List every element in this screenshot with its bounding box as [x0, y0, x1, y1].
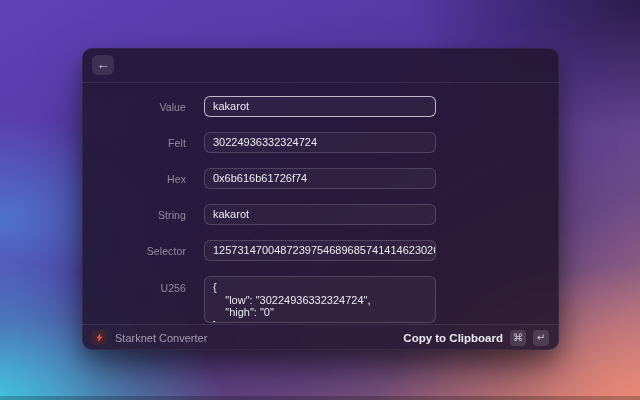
field-row-string: String kakarot [82, 204, 559, 225]
app-chip: Starknet Converter [92, 330, 207, 345]
field-row-felt: Felt 30224936332324724 [82, 132, 559, 153]
field-label: U256 [130, 282, 186, 294]
lightning-bolt-icon [92, 330, 107, 345]
back-button[interactable]: ← [92, 55, 114, 75]
form-fields: Value kakarot Felt 30224936332324724 Hex… [82, 83, 559, 324]
selector-input[interactable]: 1257314700487239754689685741414623026444… [204, 240, 436, 261]
hex-input[interactable]: 0x6b616b61726f74 [204, 168, 436, 189]
u256-input[interactable]: { "low": "30224936332324724", "high": "0… [204, 276, 436, 323]
primary-action-label: Copy to Clipboard [403, 332, 503, 344]
return-key-badge: ↵ [533, 330, 549, 346]
command-key-badge: ⌘ [510, 330, 526, 346]
string-input[interactable]: kakarot [204, 204, 436, 225]
copy-to-clipboard-action[interactable]: Copy to Clipboard ⌘ ↵ [403, 330, 549, 346]
window-footer: Starknet Converter Copy to Clipboard ⌘ ↵ [82, 324, 559, 350]
field-row-u256: U256 { "low": "30224936332324724", "high… [82, 276, 559, 323]
field-label: Hex [130, 173, 186, 185]
value-input[interactable]: kakarot [204, 96, 436, 117]
app-name: Starknet Converter [115, 332, 207, 344]
field-label: Selector [130, 245, 186, 257]
back-arrow-icon: ← [97, 55, 110, 75]
field-row-selector: Selector 1257314700487239754689685741414… [82, 240, 559, 261]
field-label: Value [130, 101, 186, 113]
starknet-converter-window: ← Value kakarot Felt 30224936332324724 H… [82, 48, 559, 350]
window-header: ← [82, 48, 559, 83]
field-row-hex: Hex 0x6b616b61726f74 [82, 168, 559, 189]
felt-input[interactable]: 30224936332324724 [204, 132, 436, 153]
wallpaper-bottom-edge [0, 396, 640, 400]
field-row-value: Value kakarot [82, 96, 559, 117]
field-label: String [130, 209, 186, 221]
field-label: Felt [130, 137, 186, 149]
